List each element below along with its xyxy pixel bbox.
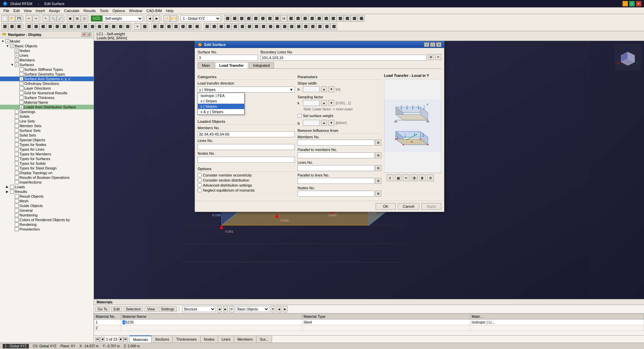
tb2-26[interactable]: ⬛ bbox=[186, 23, 193, 30]
remove-lines-input[interactable] bbox=[298, 165, 375, 171]
tab-sections[interactable]: Sections bbox=[152, 336, 173, 343]
tree-arrow-surfaces[interactable]: ▼ bbox=[11, 63, 15, 66]
nav-tree-item-preselection[interactable]: Preselection bbox=[0, 227, 94, 232]
dialog-tb-delete[interactable]: 🗑 bbox=[419, 174, 426, 181]
tb-undo[interactable]: ↩ bbox=[25, 15, 32, 22]
boundary-lines-input[interactable] bbox=[261, 55, 427, 61]
tb2-6[interactable]: ⬛ bbox=[40, 23, 46, 30]
surface-weight-checkbox[interactable] bbox=[298, 114, 302, 118]
tb2-29[interactable]: ⬛ bbox=[211, 23, 217, 30]
tree-check-loads-from-dist[interactable] bbox=[19, 105, 23, 109]
remove-members-btn[interactable]: ⊞ bbox=[375, 140, 381, 146]
tb2-21[interactable]: ⬛ bbox=[151, 23, 158, 30]
tree-check-surface-thickness[interactable] bbox=[19, 96, 23, 100]
tree-check-types-for-surfaces[interactable] bbox=[15, 157, 19, 161]
tree-check-types-for-nodes[interactable] bbox=[15, 143, 19, 147]
tab-load-transfer[interactable]: Load Transfer bbox=[215, 62, 248, 68]
tree-check-members[interactable] bbox=[15, 58, 19, 62]
bottom-edit-button[interactable]: Edit bbox=[111, 306, 122, 312]
tb2-39[interactable]: ⬛ bbox=[281, 23, 288, 30]
tb-next-lc[interactable]: ▶ bbox=[153, 15, 160, 22]
surface-no-input[interactable] bbox=[198, 55, 258, 61]
lines-no-input[interactable] bbox=[198, 144, 295, 150]
tb2-33[interactable]: ⬛ bbox=[239, 23, 246, 30]
weight-input[interactable] bbox=[303, 120, 320, 126]
sampling-factor-input[interactable] bbox=[303, 100, 320, 106]
tree-check-material-name[interactable] bbox=[19, 100, 23, 104]
tb-more-13[interactable]: ⬛ bbox=[309, 15, 315, 22]
dropdown-item-y-stripes[interactable]: y | Stripes bbox=[198, 104, 244, 109]
tree-arrow-model[interactable]: ▼ bbox=[1, 40, 5, 43]
tb2-41[interactable]: ⬛ bbox=[295, 23, 302, 30]
minimize-button[interactable]: ─ bbox=[623, 1, 628, 6]
remove-nodes-btn[interactable]: ⊞ bbox=[375, 191, 381, 197]
tab-main[interactable]: Main bbox=[198, 62, 214, 68]
tab-sur[interactable]: Sur... bbox=[257, 336, 272, 343]
tree-check-lines[interactable] bbox=[15, 53, 19, 57]
tree-arrow-results[interactable]: ▶ bbox=[6, 190, 10, 193]
settings-button[interactable]: Settings bbox=[159, 306, 177, 312]
weight-down[interactable]: ▼ bbox=[328, 120, 334, 126]
menu-window[interactable]: Window bbox=[127, 8, 144, 13]
tb-more-11[interactable]: ⬛ bbox=[294, 15, 301, 22]
stripe-width-up[interactable]: ▲ bbox=[321, 86, 327, 92]
nav-tree-item-special-objects[interactable]: Special Objects bbox=[0, 138, 94, 142]
tb-more-2[interactable]: ⬛ bbox=[231, 15, 238, 22]
viewport[interactable]: 0.001 0.001 0.001 0.000 0.001 0.001 0.23… bbox=[94, 41, 644, 299]
menu-view[interactable]: View bbox=[22, 8, 34, 13]
tb-save[interactable]: 💾 bbox=[15, 15, 22, 22]
table-row-2[interactable]: 2 bbox=[94, 325, 644, 331]
tree-check-types-for-members[interactable] bbox=[15, 152, 19, 156]
tb2-28[interactable]: ⬛ bbox=[204, 23, 210, 30]
tb-prev-lc[interactable]: ◀ bbox=[146, 15, 153, 22]
tb2-18[interactable]: ⬛ bbox=[124, 23, 131, 30]
tb2-2[interactable]: ⬛ bbox=[8, 23, 15, 30]
tree-check-special-objects[interactable] bbox=[15, 138, 19, 142]
dialog-tb-settings[interactable]: ⚙ bbox=[427, 174, 434, 181]
nav-tree-item-model[interactable]: ▼Model bbox=[0, 39, 94, 44]
tree-arrow-loads[interactable]: ▶ bbox=[6, 185, 10, 189]
nav-tree-item-orthotropy-directions[interactable]: Orthotropy Directions bbox=[0, 81, 94, 86]
nav-tree-item-member-sets[interactable]: Member Sets bbox=[0, 123, 94, 128]
tree-check-surface-axis-systems[interactable] bbox=[19, 77, 23, 81]
tb-more-12[interactable]: ⬛ bbox=[302, 15, 308, 22]
nav-tree-item-surface-sets[interactable]: Surface Sets bbox=[0, 128, 94, 133]
menu-options[interactable]: Options bbox=[110, 8, 127, 13]
tb-more-20[interactable]: ⬛ bbox=[358, 15, 365, 22]
tb2-23[interactable]: ⬛ bbox=[165, 23, 172, 30]
filter2-next[interactable]: ▶ bbox=[283, 306, 287, 312]
lc-name-select[interactable]: Self-weight bbox=[103, 15, 143, 21]
tab-prev-button[interactable]: ◀ bbox=[100, 337, 105, 342]
tb2-15[interactable]: ⬛ bbox=[103, 23, 110, 30]
view-button[interactable]: View bbox=[145, 306, 157, 312]
tree-check-surfaces[interactable] bbox=[15, 63, 19, 67]
nav-tree-item-numbering[interactable]: Numbering bbox=[0, 213, 94, 217]
parallel-members-btn[interactable]: ⊞ bbox=[375, 152, 381, 158]
tb2-34[interactable]: ⬛ bbox=[246, 23, 253, 30]
tree-check-display-topology-on[interactable] bbox=[15, 171, 19, 175]
nodes-no-input[interactable] bbox=[198, 157, 295, 163]
nav-tree-item-general[interactable]: General bbox=[0, 208, 94, 213]
filter-next[interactable]: ▶ bbox=[223, 306, 228, 312]
nav-pin-button[interactable]: 📌 bbox=[82, 32, 86, 37]
tree-check-results-boolean[interactable] bbox=[15, 176, 19, 180]
dialog-tb-table[interactable]: ▦ bbox=[395, 174, 401, 181]
tb2-43[interactable]: ⬛ bbox=[309, 23, 316, 30]
tb-zoom-out[interactable]: 🔎 bbox=[57, 15, 63, 22]
tree-check-line-sets[interactable] bbox=[15, 119, 19, 123]
menu-insert[interactable]: Insert bbox=[34, 8, 47, 13]
dialog-tb-edit[interactable]: ✏ bbox=[403, 174, 410, 181]
tab-next-button[interactable]: ▶ bbox=[119, 337, 123, 342]
nav-tree-item-imperfections[interactable]: Imperfections bbox=[0, 180, 94, 185]
tb2-19[interactable]: ✕ bbox=[134, 23, 141, 30]
menu-assign[interactable]: Assign bbox=[47, 8, 62, 13]
nav-tree-item-results-boolean[interactable]: Results of Boolean Operations bbox=[0, 175, 94, 180]
tb2-27[interactable]: ⬛ bbox=[194, 23, 200, 30]
stripe-width-down[interactable]: ▼ bbox=[328, 86, 334, 92]
tb-open[interactable]: 📂 bbox=[8, 15, 15, 22]
tb2-1[interactable]: ⬛ bbox=[1, 23, 8, 30]
nav-tree-item-solid-sets[interactable]: Solid Sets bbox=[0, 133, 94, 138]
filter2-arrow[interactable]: ▼ bbox=[271, 306, 275, 312]
table-row-1[interactable]: 1 S235 Steel Isotropic | Li... bbox=[94, 319, 644, 325]
tree-check-openings[interactable] bbox=[15, 110, 19, 114]
